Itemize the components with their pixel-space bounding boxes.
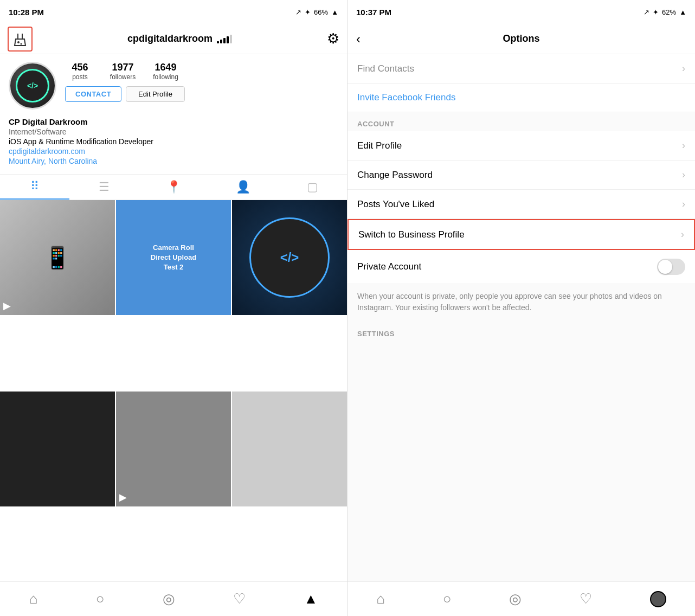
wifi-icon-left: ▲ <box>331 8 338 16</box>
stats-area: 456 posts 1977 followers 1649 following … <box>65 62 338 102</box>
chevron-find-contacts: › <box>682 63 685 74</box>
nav-camera-right[interactable]: ◎ <box>509 591 522 607</box>
options-content: Find Contacts › Invite Facebook Friends … <box>347 54 695 581</box>
battery-left: 66% <box>314 8 328 16</box>
photo-cell-4 <box>0 392 115 506</box>
tab-location[interactable]: 📍 <box>139 175 208 200</box>
nav-search-right[interactable]: ○ <box>443 591 452 607</box>
nav-search-icon[interactable]: ○ <box>96 591 105 607</box>
chevron-posts-liked: › <box>682 198 685 210</box>
photo-cell-1: ▶ <box>0 200 115 315</box>
stat-posts[interactable]: 456 posts <box>65 62 95 81</box>
chevron-change-password: › <box>682 169 685 181</box>
following-label: following <box>153 73 178 81</box>
edit-profile-option[interactable]: Edit Profile › <box>347 131 695 161</box>
stat-following[interactable]: 1649 following <box>151 62 181 81</box>
profile-website[interactable]: cpdigitaldarkroom.com <box>9 147 338 156</box>
account-section-header: ACCOUNT <box>347 112 695 131</box>
bluetooth-icon-right: ✦ <box>653 8 659 16</box>
tab-grid[interactable]: ⠿ <box>0 175 69 200</box>
grid-tabs: ⠿ ☰ 📍 👤 ▢ <box>0 174 347 200</box>
bluetooth-icon: ✦ <box>305 8 311 16</box>
gear-icon[interactable]: ⚙ <box>327 30 339 47</box>
profile-category: Internet/Software <box>9 127 338 136</box>
private-account-toggle[interactable] <box>657 259 685 275</box>
status-bar-left: 10:28 PM ↗ ✦ 66% ▲ <box>0 0 347 24</box>
find-contacts-item[interactable]: Find Contacts › <box>347 54 695 84</box>
nav-heart-icon[interactable]: ♡ <box>233 591 246 607</box>
battery-right: 62% <box>662 8 676 16</box>
nav-profile-avatar[interactable] <box>650 591 666 607</box>
back-button[interactable]: ‹ <box>356 31 361 47</box>
invite-facebook-item[interactable]: Invite Facebook Friends <box>347 84 695 112</box>
posts-liked-option[interactable]: Posts You've Liked › <box>347 190 695 219</box>
tab-list[interactable]: ☰ <box>69 175 139 200</box>
photo-grid: ▶ Camera RollDirect UploadTest 2 </> ▶ <box>0 200 347 581</box>
signal-bars <box>217 35 232 43</box>
nav-home-icon[interactable]: ⌂ <box>29 591 38 607</box>
play-icon-5: ▶ <box>119 491 127 503</box>
posts-label: posts <box>72 73 88 81</box>
private-account-option[interactable]: Private Account <box>347 250 695 284</box>
chevron-switch-business: › <box>681 229 684 240</box>
status-icons-right: ↗ ✦ 62% ▲ <box>643 8 686 16</box>
profile-bio: iOS App & Runtime Modification Developer <box>9 137 338 146</box>
svg-marker-2 <box>15 39 25 46</box>
followers-label: followers <box>110 73 136 81</box>
invite-facebook-label: Invite Facebook Friends <box>357 92 455 102</box>
private-account-desc: When your account is private, only peopl… <box>347 284 695 322</box>
action-buttons: CONTACT Edit Profile <box>65 86 338 102</box>
nav-profile-icon[interactable]: ▲ <box>304 591 318 607</box>
play-icon-1: ▶ <box>3 300 11 312</box>
profile-location: Mount Airy, North Carolina <box>9 157 338 165</box>
edit-profile-label: Edit Profile <box>357 140 402 151</box>
change-password-label: Change Password <box>357 170 433 181</box>
switch-business-option[interactable]: Switch to Business Profile › <box>347 219 695 250</box>
logo-box[interactable] <box>8 27 33 52</box>
posts-liked-label: Posts You've Liked <box>357 199 434 210</box>
stats-row: 456 posts 1977 followers 1649 following <box>65 62 338 81</box>
find-contacts-label: Find Contacts <box>357 63 414 74</box>
bio-section: CP Digital Darkroom Internet/Software iO… <box>0 115 347 171</box>
followers-count: 1977 <box>112 62 133 73</box>
time-left: 10:28 PM <box>9 8 44 17</box>
svg-point-3 <box>17 41 20 43</box>
location-icon-right: ↗ <box>643 8 649 16</box>
private-account-label: Private Account <box>357 261 421 272</box>
wifi-icon-right: ▲ <box>679 8 686 16</box>
edit-profile-button-top[interactable]: Edit Profile <box>126 86 185 102</box>
photo-cell-3: </> <box>232 200 347 315</box>
photo-cell-6 <box>232 392 347 506</box>
following-count: 1649 <box>155 62 176 73</box>
nav-heart-right[interactable]: ♡ <box>580 591 592 607</box>
switch-business-label: Switch to Business Profile <box>358 229 465 240</box>
nav-home-right[interactable]: ⌂ <box>376 591 385 607</box>
avatar <box>9 62 56 110</box>
avatar-inner <box>16 69 49 102</box>
status-bar-right: 10:37 PM ↗ ✦ 62% ▲ <box>347 0 695 24</box>
status-icons-left: ↗ ✦ 66% ▲ <box>295 8 338 16</box>
profile-section: 456 posts 1977 followers 1649 following … <box>0 54 347 115</box>
time-right: 10:37 PM <box>356 8 391 17</box>
top-nav-left: cpdigitaldarkroom ⚙ <box>0 24 347 54</box>
flask-icon <box>12 31 28 47</box>
tab-reels[interactable]: ▢ <box>278 175 347 200</box>
bottom-nav-left: ⌂ ○ ◎ ♡ ▲ <box>0 581 347 616</box>
nav-camera-icon[interactable]: ◎ <box>163 591 175 607</box>
settings-section-header: SETTINGS <box>347 322 695 341</box>
change-password-option[interactable]: Change Password › <box>347 161 695 190</box>
bottom-nav-right: ⌂ ○ ◎ ♡ <box>347 581 695 616</box>
username-text: cpdigitaldarkroom <box>127 33 213 44</box>
options-header: ‹ Options <box>347 24 695 54</box>
username-area: cpdigitaldarkroom <box>127 33 232 44</box>
chevron-edit-profile: › <box>682 140 685 151</box>
options-title: Options <box>503 33 540 44</box>
stat-followers[interactable]: 1977 followers <box>108 62 138 81</box>
svg-point-4 <box>21 43 22 44</box>
photo-cell-2: Camera RollDirect UploadTest 2 <box>116 200 231 315</box>
tab-tagged[interactable]: 👤 <box>208 175 278 200</box>
left-panel: 10:28 PM ↗ ✦ 66% ▲ cpdigitaldarkroom <box>0 0 347 616</box>
photo-cell-5: ▶ <box>116 392 231 506</box>
contact-button[interactable]: CONTACT <box>65 86 121 102</box>
location-icon: ↗ <box>295 8 301 16</box>
